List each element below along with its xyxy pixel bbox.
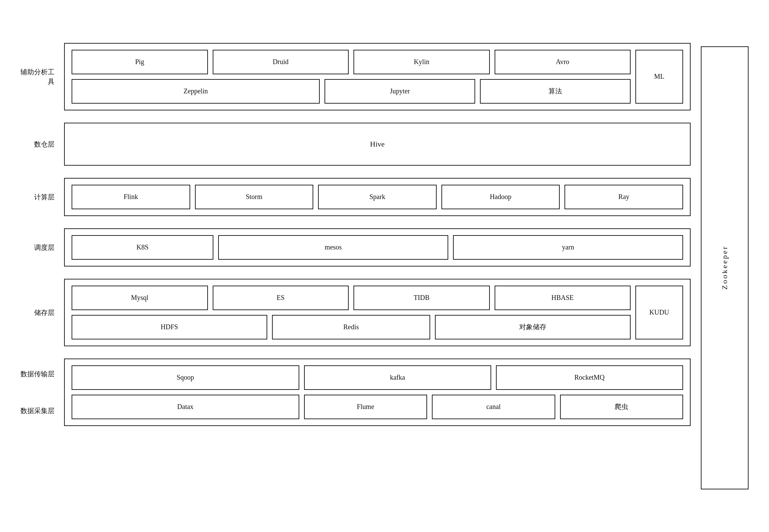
box-k8s: K8S bbox=[72, 235, 213, 260]
box-hive: Hive bbox=[72, 133, 683, 155]
storage-row1: Mysql ES TIDB HBASE bbox=[72, 286, 631, 310]
box-kafka: kafka bbox=[304, 365, 491, 390]
analytics-row1: Pig Druid Kylin Avro bbox=[72, 50, 631, 74]
storage-row2: HDFS Redis 对象储存 bbox=[72, 315, 631, 339]
dual-label: 数据传输层 数据采集层 bbox=[20, 359, 55, 426]
transport-collect-layer: 数据传输层 数据采集层 Sqoop Datax kafka RocketMQ F… bbox=[20, 359, 691, 426]
box-hdfs: HDFS bbox=[72, 315, 267, 339]
box-yarn: yarn bbox=[453, 235, 683, 260]
warehouse-content: Hive bbox=[64, 123, 691, 166]
box-sqoop: Sqoop bbox=[72, 365, 299, 390]
box-canal: canal bbox=[432, 395, 555, 419]
box-hadoop: Hadoop bbox=[441, 185, 560, 209]
box-redis: Redis bbox=[272, 315, 431, 339]
schedule-layer: 调度层 K8S mesos yarn bbox=[20, 228, 691, 267]
storage-content: Mysql ES TIDB HBASE HDFS Redis 对象储存 KUDU bbox=[64, 279, 691, 346]
storage-layer: 储存层 Mysql ES TIDB HBASE HDFS Redis 对象储存 bbox=[20, 279, 691, 346]
box-crawler: 爬虫 bbox=[560, 395, 683, 419]
transport-row2: Flume canal 爬虫 bbox=[304, 395, 683, 419]
storage-inner: Mysql ES TIDB HBASE HDFS Redis 对象储存 bbox=[72, 286, 631, 339]
schedule-content: K8S mesos yarn bbox=[64, 228, 691, 267]
box-object-storage: 对象储存 bbox=[435, 315, 631, 339]
analytics-layer: 辅助分析工具 Pig Druid Kylin Avro Zeppelin Jup… bbox=[20, 43, 691, 110]
box-zeppelin: Zeppelin bbox=[72, 79, 320, 104]
box-jupyter: Jupyter bbox=[325, 79, 475, 104]
box-ml: ML bbox=[635, 50, 683, 104]
warehouse-layer: 数仓层 Hive bbox=[20, 123, 691, 166]
box-hbase: HBASE bbox=[495, 286, 631, 310]
box-mysql: Mysql bbox=[72, 286, 208, 310]
diagram-wrapper: 辅助分析工具 Pig Druid Kylin Avro Zeppelin Jup… bbox=[0, 29, 769, 503]
analytics-inner: Pig Druid Kylin Avro Zeppelin Jupyter 算法… bbox=[72, 50, 683, 104]
compute-content: Flink Storm Spark Hadoop Ray bbox=[64, 178, 691, 216]
box-avro: Avro bbox=[495, 50, 631, 74]
collect-label: 数据采集层 bbox=[20, 406, 55, 415]
zookeeper-sidebar: Zookeeper bbox=[701, 46, 749, 489]
box-kudu: KUDU bbox=[635, 286, 683, 339]
analytics-label: 辅助分析工具 bbox=[20, 67, 55, 86]
schedule-label: 调度层 bbox=[20, 243, 55, 252]
compute-row: Flink Storm Spark Hadoop Ray bbox=[72, 185, 683, 209]
analytics-content: Pig Druid Kylin Avro Zeppelin Jupyter 算法… bbox=[64, 43, 691, 110]
warehouse-label: 数仓层 bbox=[20, 139, 55, 149]
transport-content: Sqoop Datax kafka RocketMQ Flume canal 爬… bbox=[64, 359, 691, 426]
box-flink: Flink bbox=[72, 185, 190, 209]
box-pig: Pig bbox=[72, 50, 208, 74]
box-mesos: mesos bbox=[218, 235, 448, 260]
transport-row1: kafka RocketMQ bbox=[304, 365, 683, 390]
compute-label: 计算层 bbox=[20, 192, 55, 202]
main-content: 辅助分析工具 Pig Druid Kylin Avro Zeppelin Jup… bbox=[20, 43, 691, 489]
box-storm: Storm bbox=[195, 185, 314, 209]
schedule-row: K8S mesos yarn bbox=[72, 235, 683, 260]
storage-label: 储存层 bbox=[20, 308, 55, 317]
box-tidb: TIDB bbox=[353, 286, 490, 310]
box-kylin: Kylin bbox=[353, 50, 490, 74]
box-rocketmq: RocketMQ bbox=[496, 365, 683, 390]
box-spark: Spark bbox=[318, 185, 437, 209]
box-druid: Druid bbox=[213, 50, 349, 74]
box-algorithm: 算法 bbox=[480, 79, 631, 104]
box-datax: Datax bbox=[72, 395, 299, 419]
zookeeper-label: Zookeeper bbox=[720, 245, 729, 290]
compute-layer: 计算层 Flink Storm Spark Hadoop Ray bbox=[20, 178, 691, 216]
box-ray: Ray bbox=[564, 185, 683, 209]
analytics-row2: Zeppelin Jupyter 算法 bbox=[72, 79, 631, 104]
transport-label: 数据传输层 bbox=[20, 369, 55, 379]
transport-right-group: kafka RocketMQ Flume canal 爬虫 bbox=[304, 365, 683, 419]
box-flume: Flume bbox=[304, 395, 427, 419]
box-es: ES bbox=[213, 286, 349, 310]
sqoop-datax-group: Sqoop Datax bbox=[72, 365, 299, 419]
analytics-grid: Pig Druid Kylin Avro Zeppelin Jupyter 算法 bbox=[72, 50, 631, 104]
